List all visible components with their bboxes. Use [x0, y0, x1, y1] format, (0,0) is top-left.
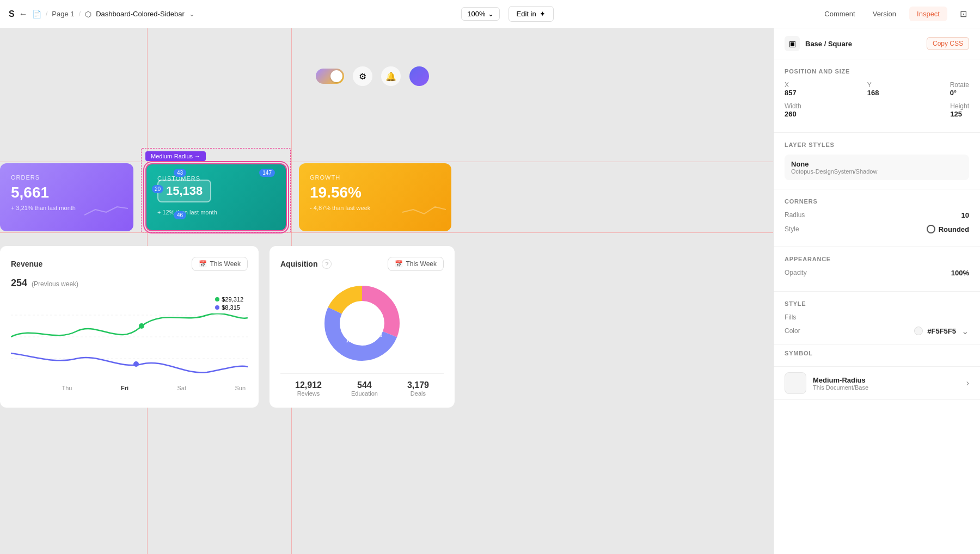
style-title: STYLE — [785, 300, 969, 307]
zoom-chevron: ⌄ — [488, 10, 494, 18]
reviews-value: 12,912 — [295, 380, 322, 390]
panel-component-info: ▣ Base / Square — [785, 36, 852, 51]
acquisition-header: Aquisition ? 📅 This Week — [280, 257, 444, 271]
customers-value: 15,138 — [166, 184, 203, 198]
component-icon: ⬡ — [85, 10, 91, 19]
badge-20: 20 — [152, 185, 163, 193]
symbol-thumbnail — [785, 372, 806, 394]
badge-147: 147 — [259, 169, 275, 177]
symbol-info: Medium-Radius This Document/Base — [813, 376, 868, 391]
style-label: Style — [785, 225, 799, 233]
y-label: Y — [867, 81, 879, 89]
corner-style-row: Style Rounded — [785, 225, 969, 233]
this-week-label: This Week — [210, 260, 241, 268]
acquisition-stats: 12,912 Reviews 544 Education 3,179 Deals — [280, 373, 444, 397]
growth-label: GROWTH — [310, 174, 440, 181]
acq-this-week-label: This Week — [406, 260, 437, 268]
donut-label-18: 18% — [346, 337, 357, 343]
radius-label: Radius — [785, 211, 805, 219]
expand-button[interactable]: ⊡ — [956, 7, 971, 22]
opacity-row: Opacity 100% — [785, 269, 969, 277]
color-dropdown[interactable]: ⌄ — [960, 327, 969, 335]
wh-row: Width 260 Height 125 — [785, 102, 969, 118]
file-name: Dashboard-Colored-Sidebar — [96, 10, 185, 18]
card-growth: GROWTH 19.56% - 4,87% than last week — [299, 163, 451, 231]
width-group: Width 260 — [785, 102, 801, 118]
page-label: Page 1 — [52, 10, 74, 18]
topbar-left: S ← 📄 / Page 1 / ⬡ Dashboard-Colored-Sid… — [9, 9, 195, 19]
page-icon: 📄 — [32, 10, 41, 19]
stat-reviews: 12,912 Reviews — [295, 380, 322, 397]
rotate-group: Rotate 0° — [950, 81, 969, 97]
width-value: 260 — [785, 110, 801, 118]
info-icon[interactable]: ? — [322, 259, 332, 269]
card-orders: ORDERS 5,661 + 3,21% than last month — [0, 163, 133, 231]
layer-styles-section: LAYER STYLES None Octopus-DesignSystem/S… — [774, 133, 980, 189]
card-customers: CUSTOMERS 15,138 + 12% than last month 4… — [145, 163, 287, 231]
main-layout: ⚙ 🔔 ORDERS 5,661 + 3,21% than last month — [0, 28, 980, 554]
edit-in-button[interactable]: Edit in ✦ — [509, 6, 554, 22]
symbol-item[interactable]: Medium-Radius This Document/Base › — [774, 367, 980, 400]
tab-inspect[interactable]: Inspect — [909, 7, 947, 21]
chart-legend: $29,312 $8,315 — [211, 293, 248, 313]
acquisition-title-row: Aquisition ? — [280, 259, 332, 269]
component-icon: ▣ — [785, 36, 800, 51]
layer-style-item: None Octopus-DesignSystem/Shadow — [785, 155, 969, 180]
zoom-control[interactable]: 100% ⌄ — [461, 7, 499, 21]
x-label-sun: Sun — [235, 385, 246, 391]
growth-sparkline — [402, 199, 446, 220]
badge-43: 43 — [174, 169, 186, 177]
tab-version[interactable]: Version — [868, 8, 901, 20]
revenue-chart-header: Revenue 📅 This Week — [11, 257, 248, 271]
theme-toggle[interactable] — [316, 69, 344, 84]
prev-week-value: 254 — [11, 278, 27, 289]
acquisition-this-week-button[interactable]: 📅 This Week — [388, 257, 444, 271]
component-name: Base / Square — [805, 40, 852, 48]
revenue-this-week-button[interactable]: 📅 This Week — [192, 257, 248, 271]
bell-button[interactable]: 🔔 — [381, 66, 401, 86]
file-dropdown-icon[interactable]: ⌄ — [189, 10, 195, 18]
radius-row: Radius 10 — [785, 211, 969, 219]
symbol-arrow-icon[interactable]: › — [966, 378, 969, 388]
symbol-section: SYMBOL — [774, 344, 980, 367]
radius-value: 10 — [961, 211, 969, 219]
x-label-thu: Thu — [62, 385, 72, 391]
x-label-fri: Fri — [121, 385, 128, 391]
panel-header: ▣ Base / Square Copy CSS — [774, 28, 980, 59]
charts-row: Revenue 📅 This Week 254 (Previous week) — [0, 246, 455, 408]
copy-css-button[interactable]: Copy CSS — [927, 37, 969, 50]
symbol-name: Medium-Radius — [813, 376, 868, 384]
legend-dot-2 — [215, 305, 219, 310]
symbol-title: SYMBOL — [785, 350, 969, 356]
y-value: 168 — [867, 89, 879, 97]
opacity-label: Opacity — [785, 269, 807, 276]
color-row: Color #F5F5F5 ⌄ — [785, 327, 969, 335]
height-value: 125 — [950, 110, 969, 118]
gear-button[interactable]: ⚙ — [353, 66, 372, 86]
donut-label-51: 51% — [370, 331, 382, 338]
width-label: Width — [785, 102, 801, 110]
zoom-value: 100% — [467, 10, 485, 18]
gear-icon: ⚙ — [359, 71, 366, 82]
user-avatar[interactable] — [409, 66, 429, 86]
deals-label: Deals — [407, 390, 429, 397]
back-icon[interactable]: ← — [19, 9, 28, 19]
symbol-sub: This Document/Base — [813, 384, 868, 391]
edit-label: Edit in — [517, 10, 536, 18]
rotate-value: 0° — [950, 89, 969, 97]
toggle-thumb — [330, 70, 342, 82]
badge-46: 46 — [174, 211, 186, 219]
layer-styles-title: LAYER STYLES — [785, 141, 969, 148]
bell-icon: 🔔 — [385, 71, 396, 82]
topbar-center: 100% ⌄ Edit in ✦ — [461, 6, 553, 22]
tab-comment[interactable]: Comment — [820, 8, 859, 20]
rounded-badge: Rounded — [927, 225, 969, 233]
dashboard-topbar: ⚙ 🔔 — [305, 61, 440, 91]
donut-label-31: 31% — [348, 311, 360, 318]
height-group: Height 125 — [950, 102, 969, 118]
right-panel: ▣ Base / Square Copy CSS POSITION AND SI… — [773, 28, 980, 554]
stat-education: 544 Education — [351, 380, 378, 397]
topbar-right: Comment Version Inspect ⊡ — [820, 7, 971, 22]
chart-acquisition: Aquisition ? 📅 This Week — [270, 246, 455, 408]
svg-point-3 — [139, 323, 144, 329]
